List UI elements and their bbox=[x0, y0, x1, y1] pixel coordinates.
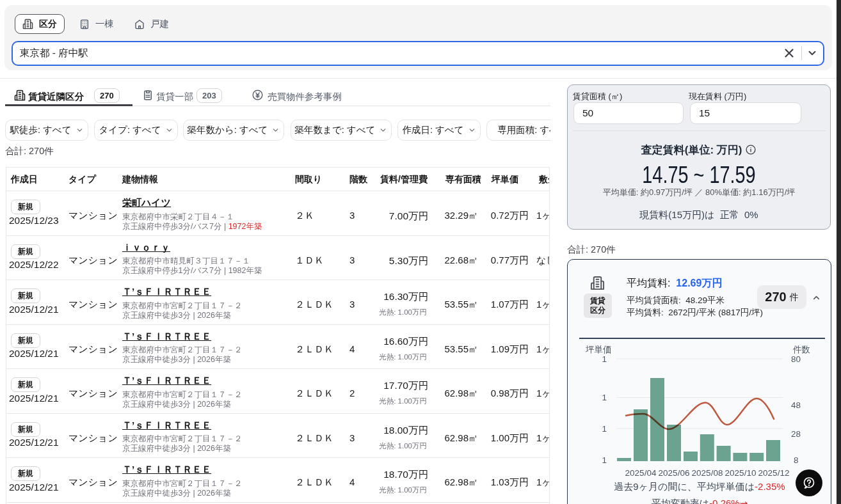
svg-text:坪単価: 坪単価 bbox=[585, 345, 612, 354]
svg-text:2025/04: 2025/04 bbox=[625, 468, 657, 478]
svg-text:1: 1 bbox=[602, 354, 607, 364]
svg-text:2025/12: 2025/12 bbox=[758, 468, 790, 478]
svg-text:48: 48 bbox=[791, 400, 801, 410]
svg-text:8: 8 bbox=[794, 455, 799, 465]
svg-text:2025/08: 2025/08 bbox=[692, 468, 723, 478]
svg-text:1: 1 bbox=[602, 393, 607, 402]
svg-text:2025/06: 2025/06 bbox=[659, 468, 690, 478]
svg-text:2025/10: 2025/10 bbox=[725, 468, 757, 478]
svg-text:件数: 件数 bbox=[792, 345, 810, 354]
svg-text:1: 1 bbox=[602, 455, 607, 465]
svg-text:28: 28 bbox=[791, 429, 801, 439]
svg-text:1: 1 bbox=[602, 424, 607, 434]
svg-text:80: 80 bbox=[791, 354, 801, 364]
